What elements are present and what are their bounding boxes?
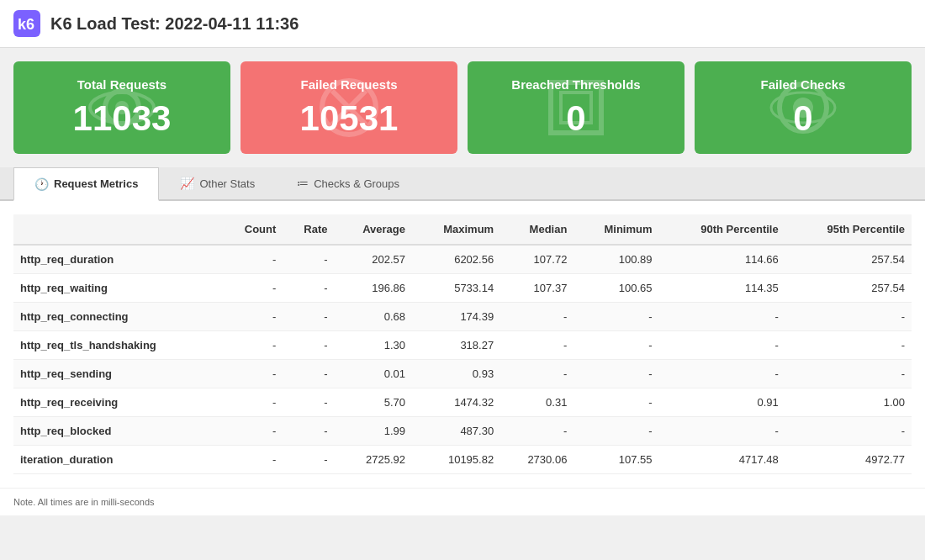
cell-3-6: - <box>574 331 658 360</box>
tab-label-checks-groups: Checks & Groups <box>314 177 399 190</box>
col-header-8: 95th Percentile <box>785 214 912 245</box>
cell-6-6: - <box>574 417 658 446</box>
tab-label-request-metrics: Request Metrics <box>54 177 138 190</box>
col-header-6: Minimum <box>574 214 658 245</box>
stat-cards: Total Requests 11033 Failed Requests 105… <box>0 48 925 167</box>
cell-5-4: 1474.32 <box>412 388 500 417</box>
cell-3-5: - <box>500 331 574 360</box>
cell-0-2: - <box>283 245 334 274</box>
cell-4-5: - <box>500 360 574 388</box>
cell-3-3: 1.30 <box>334 331 412 360</box>
table-note: Note. All times are in milli-seconds <box>0 488 925 515</box>
tab-request-metrics[interactable]: 🕐Request Metrics <box>13 167 159 201</box>
cell-3-7: - <box>659 331 785 360</box>
stat-card-title-failed-checks: Failed Checks <box>761 77 846 92</box>
cell-7-4: 10195.82 <box>412 446 500 474</box>
col-header-5: Median <box>500 214 574 245</box>
table-row: iteration_duration--2725.9210195.822730.… <box>13 446 912 474</box>
cell-0-1: - <box>220 245 283 274</box>
stat-card-breached-thresholds: Breached Thresholds 0 <box>468 61 684 154</box>
cell-2-2: - <box>283 303 334 331</box>
svg-text:k6: k6 <box>18 16 34 33</box>
metrics-table: CountRateAverageMaximumMedianMinimum90th… <box>13 214 912 474</box>
cell-6-7: - <box>659 417 785 446</box>
tab-other-stats[interactable]: 📈Other Stats <box>159 167 276 199</box>
cell-7-1: - <box>220 446 283 474</box>
cell-3-1: - <box>220 331 283 360</box>
cell-4-6: - <box>574 360 658 388</box>
stat-card-failed-requests: Failed Requests 10531 <box>240 61 457 154</box>
stat-card-title-failed-requests: Failed Requests <box>300 77 397 92</box>
stat-card-value-failed-checks: 0 <box>793 98 812 139</box>
cell-5-7: 0.91 <box>659 388 785 417</box>
cell-6-0: http_req_blocked <box>13 417 220 446</box>
cell-3-8: - <box>785 331 912 360</box>
col-header-0 <box>13 214 220 245</box>
cell-4-1: - <box>220 360 283 388</box>
cell-1-4: 5733.14 <box>412 274 500 303</box>
cell-1-7: 114.35 <box>659 274 785 303</box>
cell-5-8: 1.00 <box>785 388 912 417</box>
cell-2-6: - <box>574 303 658 331</box>
col-header-3: Average <box>334 214 412 245</box>
stat-card-value-breached-thresholds: 0 <box>566 98 585 139</box>
cell-3-2: - <box>283 331 334 360</box>
cell-3-4: 318.27 <box>412 331 500 360</box>
tab-checks-groups[interactable]: ≔Checks & Groups <box>276 167 420 199</box>
cell-4-4: 0.93 <box>412 360 500 388</box>
cell-6-1: - <box>220 417 283 446</box>
stat-card-value-total-requests: 11033 <box>73 98 172 139</box>
table-row: http_req_tls_handshaking--1.30318.27---- <box>13 331 912 360</box>
cell-5-1: - <box>220 388 283 417</box>
cell-2-7: - <box>659 303 785 331</box>
cell-5-2: - <box>283 388 334 417</box>
table-section: CountRateAverageMaximumMedianMinimum90th… <box>0 201 925 488</box>
cell-4-7: - <box>659 360 785 388</box>
cell-7-3: 2725.92 <box>334 446 412 474</box>
cell-0-3: 202.57 <box>334 245 412 274</box>
cell-0-5: 107.72 <box>500 245 574 274</box>
cell-5-5: 0.31 <box>500 388 574 417</box>
cell-1-0: http_req_waiting <box>13 274 220 303</box>
stat-card-failed-checks: Failed Checks 0 <box>695 61 912 154</box>
table-row: http_req_sending--0.010.93---- <box>13 360 912 388</box>
cell-2-4: 174.39 <box>412 303 500 331</box>
cell-2-5: - <box>500 303 574 331</box>
cell-6-4: 487.30 <box>412 417 500 446</box>
cell-7-7: 4717.48 <box>659 446 785 474</box>
cell-7-2: - <box>283 446 334 474</box>
cell-2-8: - <box>785 303 912 331</box>
cell-7-0: iteration_duration <box>13 446 220 474</box>
stat-card-title-breached-thresholds: Breached Thresholds <box>511 77 640 92</box>
cell-4-0: http_req_sending <box>13 360 220 388</box>
table-row: http_req_connecting--0.68174.39---- <box>13 303 912 331</box>
tabs: 🕐Request Metrics📈Other Stats≔Checks & Gr… <box>0 167 925 201</box>
col-header-1: Count <box>220 214 283 245</box>
cell-3-0: http_req_tls_handshaking <box>13 331 220 360</box>
tab-icon-other-stats: 📈 <box>180 177 194 190</box>
cell-1-8: 257.54 <box>785 274 912 303</box>
cell-2-1: - <box>220 303 283 331</box>
header: k6 K6 Load Test: 2022-04-11 11:36 <box>0 0 925 48</box>
cell-0-0: http_req_duration <box>13 245 220 274</box>
cell-0-4: 6202.56 <box>412 245 500 274</box>
table-row: http_req_waiting--196.865733.14107.37100… <box>13 274 912 303</box>
cell-0-8: 257.54 <box>785 245 912 274</box>
cell-5-6: - <box>574 388 658 417</box>
cell-7-5: 2730.06 <box>500 446 574 474</box>
table-row: http_req_receiving--5.701474.320.31-0.91… <box>13 388 912 417</box>
cell-4-3: 0.01 <box>334 360 412 388</box>
cell-6-2: - <box>283 417 334 446</box>
cell-7-6: 107.55 <box>574 446 658 474</box>
cell-4-8: - <box>785 360 912 388</box>
cell-6-8: - <box>785 417 912 446</box>
cell-1-6: 100.65 <box>574 274 658 303</box>
col-header-4: Maximum <box>412 214 500 245</box>
cell-5-0: http_req_receiving <box>13 388 220 417</box>
stat-card-title-total-requests: Total Requests <box>77 77 166 92</box>
cell-2-0: http_req_connecting <box>13 303 220 331</box>
col-header-2: Rate <box>283 214 334 245</box>
cell-0-6: 100.89 <box>574 245 658 274</box>
cell-6-3: 1.99 <box>334 417 412 446</box>
cell-4-2: - <box>283 360 334 388</box>
